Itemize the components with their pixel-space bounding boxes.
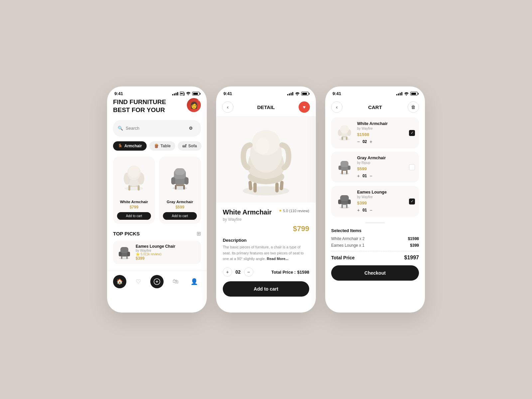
search-icon: 🔍 [118, 126, 123, 131]
svg-rect-50 [348, 166, 350, 170]
cart-item-eames: Eames Lounge by Wayfire $399 + 01 − ✓ [331, 186, 419, 217]
gray-qty-decrease[interactable]: − [370, 173, 372, 179]
white-qty-decrease[interactable]: − [357, 139, 360, 144]
white-qty-control: − 02 + [357, 139, 406, 144]
status-icons-1: ) [172, 91, 200, 96]
cart-thumb-gray [335, 158, 354, 177]
phone-home: 9:41 ) FIND FURNITURE BEST FOR YOU [107, 86, 207, 313]
detail-title: DETAIL [257, 104, 275, 110]
svg-point-35 [256, 138, 269, 154]
back-button[interactable]: ‹ [222, 101, 233, 113]
eames-qty-increase[interactable]: + [357, 207, 360, 213]
category-table[interactable]: 🪵 Table [149, 141, 175, 151]
cart-back-button[interactable]: ‹ [331, 101, 342, 113]
battery-icon-3 [410, 92, 418, 95]
svg-rect-58 [348, 200, 351, 204]
product-image-white [117, 161, 151, 197]
gray-armchair-checkbox[interactable] [409, 164, 415, 170]
status-icons-2 [287, 92, 309, 95]
armchair-icon: 🪑 [118, 144, 123, 148]
grid-icon[interactable]: ⊞ [197, 230, 201, 237]
svg-rect-46 [346, 170, 347, 174]
quantity-decrease[interactable]: + [223, 267, 232, 277]
time-2: 9:41 [223, 91, 232, 96]
name-rating-row: White Armchair by Wayfire ★ 5.0 (110 rev… [223, 208, 309, 224]
svg-point-9 [173, 187, 187, 190]
gray-qty-increase[interactable]: + [357, 173, 360, 179]
nav-home[interactable]: 🏠 [113, 275, 126, 288]
wifi-icon-2 [295, 92, 300, 95]
search-input[interactable] [126, 126, 183, 131]
svg-rect-28 [253, 183, 257, 193]
white-armchair-name: White Armchair [117, 200, 151, 204]
svg-rect-29 [275, 183, 279, 193]
table-icon: 🪵 [154, 144, 159, 148]
total-label: Total Price [331, 255, 355, 260]
category-tabs: 🪑 Armchair 🪵 Table 🛋 Sofa [113, 141, 201, 151]
eames-qty-decrease[interactable]: − [370, 207, 372, 213]
nav-profile[interactable]: 👤 [188, 275, 201, 288]
product-detail-price: $799 [293, 224, 309, 233]
home-title: FIND FURNITURE BEST FOR YOUR [113, 98, 166, 114]
add-gray-armchair-button[interactable]: Add to cart [163, 212, 197, 220]
top-picks-header: TOP PICKS ⊞ [113, 230, 201, 237]
white-qty-increase[interactable]: + [370, 139, 372, 144]
wifi-icon-3 [404, 92, 409, 95]
read-more-link[interactable]: Read More... [267, 257, 288, 261]
selected-row-white: White Armchair x 2 $1598 [331, 236, 419, 241]
cart-title: CART [368, 104, 382, 110]
star-icon: ★ [279, 208, 282, 213]
quantity-increase[interactable]: − [244, 267, 253, 277]
gray-qty-control: + 01 − [357, 173, 406, 179]
battery-icon [192, 92, 200, 95]
svg-point-8 [128, 166, 140, 178]
quantity-control: + 02 − [223, 267, 253, 277]
phone-cart: 9:41 ‹ CART 🗑 [325, 86, 425, 313]
eames-checkbox[interactable]: ✓ [409, 199, 415, 204]
sofa-icon: 🛋 [183, 144, 187, 148]
bottom-nav: 🏠 ♡ 🛍 👤 [107, 271, 207, 294]
product-image-gray [163, 161, 197, 197]
white-armchair-checkbox[interactable]: ✓ [409, 130, 415, 136]
battery-icon-2 [301, 92, 309, 95]
nav-favorites[interactable]: ♡ [132, 275, 145, 288]
cart-thumb-eames [335, 192, 354, 211]
status-icons-3 [396, 92, 418, 95]
gray-armchair-cart-info: Gray Armchair by Ripup $599 + 01 − [357, 156, 406, 179]
detail-info: White Armchair by Wayfire ★ 5.0 (110 rev… [216, 208, 316, 303]
category-sofa[interactable]: 🛋 Sofa [178, 141, 201, 151]
product-card-gray: Gray Armchair $599 Add to cart [159, 157, 201, 224]
svg-point-18 [119, 257, 130, 259]
cart-thumb-white [335, 124, 354, 142]
white-armchair-price: $799 [117, 205, 151, 209]
checkout-button[interactable]: Checkout [331, 265, 419, 281]
nav-bag[interactable]: 🛍 [169, 275, 182, 288]
product-detail-brand: by Wayfire [223, 217, 272, 222]
top-picks-list: Eames Lounge Chair by Wayfire ⭐ 5.0(1k r… [113, 241, 201, 264]
total-display: Total Price : $1598 [271, 269, 309, 275]
user-avatar[interactable]: 👩 [187, 98, 201, 112]
svg-rect-59 [340, 195, 349, 201]
gray-armchair-price: $599 [163, 205, 197, 209]
cart-item-gray: Gray Armchair by Ripup $599 + 01 − [331, 152, 419, 183]
filter-button[interactable]: ⚙ [186, 123, 196, 134]
gray-armchair-name: Gray Armchair [163, 200, 197, 204]
svg-rect-25 [120, 247, 128, 253]
product-detail-name: White Armchair [223, 208, 272, 216]
favorite-button[interactable]: ♥ [299, 101, 310, 113]
category-armchair[interactable]: 🪑 Armchair [113, 141, 147, 151]
list-item[interactable]: Eames Lounge Chair by Wayfire ⭐ 5.0(1k r… [113, 241, 201, 264]
nav-cart[interactable] [150, 275, 164, 288]
qty-price-row: + 02 − Total Price : $1598 [223, 267, 309, 277]
cart-items-list: White Armchair by Wayfire $1598 − 02 + ✓ [325, 117, 425, 217]
add-white-armchair-button[interactable]: Add to cart [117, 212, 151, 220]
selected-items-title: Selected Items [331, 228, 419, 233]
svg-point-52 [339, 206, 349, 208]
search-bar[interactable]: 🔍 ⚙ [113, 120, 201, 137]
products-grid: White Armchair $799 Add to cart [113, 157, 201, 224]
delete-button[interactable]: 🗑 [408, 101, 419, 113]
add-to-cart-button[interactable]: Add to cart [223, 281, 309, 297]
product-card-white: White Armchair $799 Add to cart [113, 157, 155, 224]
cart-header: ‹ CART 🗑 [325, 98, 425, 117]
description-text: The basic pieces of furniture, a chair i… [223, 244, 309, 262]
